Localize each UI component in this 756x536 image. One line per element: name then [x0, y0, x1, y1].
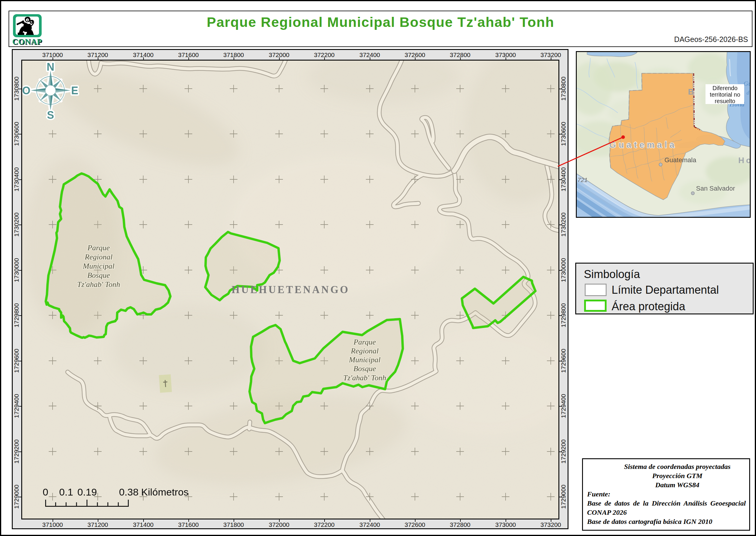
svg-text:Tz'ahab' Tonh: Tz'ahab' Tonh	[343, 374, 386, 382]
svg-text:Tz'ahab' Tonh: Tz'ahab' Tonh	[77, 280, 120, 289]
svg-text:Diferendo: Diferendo	[712, 85, 738, 91]
svg-text:resuelto: resuelto	[715, 98, 735, 104]
svg-text:Regional: Regional	[84, 252, 112, 261]
svg-text:S: S	[47, 109, 54, 121]
svg-text:E: E	[71, 84, 78, 97]
svg-text:San Salvador: San Salvador	[696, 185, 735, 192]
svg-text:O: O	[22, 84, 30, 97]
svg-text:0.1: 0.1	[59, 486, 73, 498]
svg-text:Ho: Ho	[738, 156, 750, 165]
svg-text:Bosque: Bosque	[87, 271, 110, 280]
svg-text:Bosque: Bosque	[354, 364, 376, 373]
svg-text:Guatemala: Guatemala	[664, 156, 696, 164]
svg-text:Kilómetros: Kilómetros	[141, 486, 189, 498]
svg-text:Municipal: Municipal	[349, 355, 381, 364]
svg-text:721: 721	[577, 176, 588, 183]
svg-text:Parque: Parque	[353, 338, 376, 346]
svg-text:territorial no: territorial no	[710, 91, 740, 98]
svg-text:0.38: 0.38	[119, 486, 139, 498]
svg-text:d: d	[746, 90, 749, 96]
svg-text:HUEHUETENANGO: HUEHUETENANGO	[232, 284, 350, 295]
svg-text:Municipal: Municipal	[83, 262, 114, 270]
svg-text:Regional: Regional	[351, 347, 379, 355]
svg-text:0.19: 0.19	[78, 486, 97, 498]
svg-text:N: N	[47, 61, 54, 73]
svg-text:0: 0	[43, 486, 48, 498]
svg-text:Gu: Gu	[743, 80, 750, 87]
svg-text:B: B	[688, 87, 695, 96]
svg-text:Guatemala: Guatemala	[609, 140, 677, 150]
svg-text:Parque: Parque	[87, 244, 110, 252]
svg-text:CONAP: CONAP	[13, 37, 42, 46]
